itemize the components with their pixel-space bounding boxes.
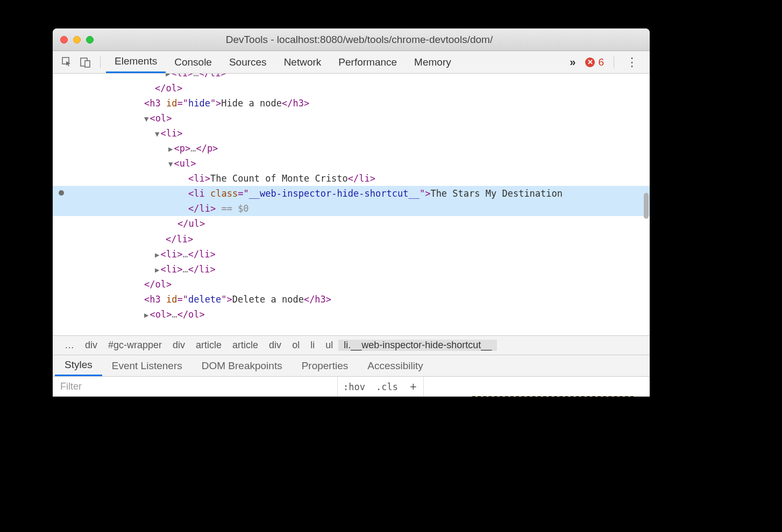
dom-token: Delete a node (232, 294, 304, 305)
dom-tree-line[interactable]: ▶<p>…</p> (53, 141, 650, 156)
main-tabs: Elements Console Sources Network Perform… (106, 51, 460, 73)
dom-tree-line[interactable]: <li class="__web-inspector-hide-shortcut… (53, 186, 650, 201)
dom-token: "> (210, 98, 221, 109)
minimize-window-button[interactable] (73, 36, 81, 44)
dom-token: "> (221, 294, 232, 305)
dom-tree-line[interactable]: </ol> (53, 277, 650, 292)
device-toolbar-icon[interactable] (79, 55, 93, 69)
dom-token: </li> (199, 74, 226, 78)
breadcrumb-ellipsis[interactable]: … (59, 340, 80, 351)
close-window-button[interactable] (60, 36, 68, 44)
subtab-styles[interactable]: Styles (55, 355, 102, 376)
error-badge[interactable]: ✕ 6 (581, 56, 608, 68)
dom-token: <ol> (150, 113, 172, 124)
disclosure-triangle-icon[interactable]: ▼ (144, 113, 148, 125)
dom-token: … (193, 74, 198, 78)
dom-tree-line[interactable]: ▼<ol> (53, 111, 650, 126)
dom-token: <h3 (144, 98, 166, 109)
dom-tree-line[interactable]: ▼<ul> (53, 156, 650, 171)
dom-tree-line[interactable]: </ol> (53, 81, 650, 96)
disclosure-triangle-icon[interactable]: ▶ (155, 249, 159, 261)
dom-tree-line[interactable]: </li> == $0 (53, 201, 650, 216)
dom-token: </li> (188, 264, 216, 275)
tab-sources[interactable]: Sources (221, 51, 275, 73)
breadcrumb-item[interactable]: div (264, 340, 287, 351)
subtab-accessibility[interactable]: Accessibility (358, 355, 432, 376)
dom-token: id (166, 294, 177, 305)
dom-token: "> (420, 188, 430, 199)
disclosure-triangle-icon[interactable]: ▶ (144, 309, 148, 321)
disclosure-triangle-icon[interactable]: ▼ (155, 128, 159, 140)
dom-token: </h3> (282, 98, 309, 109)
devtools-toolbar: Elements Console Sources Network Perform… (53, 51, 650, 74)
breadcrumb-item[interactable]: ul (320, 340, 338, 351)
dom-tree-line[interactable]: ▶<li>…</li> (53, 247, 650, 262)
maximize-window-button[interactable] (86, 36, 94, 44)
traffic-lights (60, 36, 94, 44)
dom-token: id (166, 98, 177, 109)
breadcrumb-item[interactable]: div (167, 340, 190, 351)
subtab-event-listeners[interactable]: Event Listeners (102, 355, 192, 376)
dom-token: </ul> (177, 218, 205, 229)
disclosure-triangle-icon[interactable]: ▶ (168, 143, 173, 155)
subtab-properties[interactable]: Properties (292, 355, 358, 376)
tabs-overflow-button[interactable]: » (564, 56, 581, 68)
breadcrumb-item[interactable]: div (80, 340, 103, 351)
dom-token: </li> (188, 249, 216, 260)
hidden-node-marker-icon (59, 190, 64, 196)
dom-token: </ol> (155, 83, 182, 94)
breadcrumb-item-selected[interactable]: li.__web-inspector-hide-shortcut__ (338, 340, 497, 351)
error-icon: ✕ (585, 57, 595, 67)
dom-token: == $0 (216, 203, 248, 214)
styles-filter-input[interactable] (53, 377, 338, 397)
dom-breadcrumbs: … div #gc-wrapper div article article di… (53, 335, 650, 355)
toolbar-separator (100, 56, 101, 68)
dom-token: … (182, 249, 188, 260)
breadcrumb-item[interactable]: article (227, 340, 264, 351)
dom-tree-line[interactable]: ▶<li>…</li> (53, 262, 650, 277)
breadcrumb-item[interactable]: #gc-wrapper (103, 340, 167, 351)
dom-token: delete (188, 294, 221, 305)
dom-token: The Stars My Destination (430, 188, 563, 199)
dom-token: … (182, 264, 188, 275)
toggle-hover-button[interactable]: :hov (338, 382, 371, 392)
tab-elements[interactable]: Elements (106, 51, 166, 73)
svg-rect-2 (85, 61, 90, 67)
dom-tree-line[interactable]: ▼<li> (53, 126, 650, 141)
inspect-element-icon[interactable] (60, 55, 74, 69)
window-title: DevTools - localhost:8080/web/tools/chro… (109, 34, 610, 46)
dom-tree-line[interactable]: <li>The Count of Monte Cristo</li> (53, 171, 650, 186)
subtab-dom-breakpoints[interactable]: DOM Breakpoints (192, 355, 292, 376)
scrollbar-thumb[interactable] (644, 193, 649, 219)
dom-tree-line[interactable]: <h3 id="delete">Delete a node</h3> (53, 292, 650, 307)
disclosure-triangle-icon[interactable]: ▶ (155, 264, 159, 276)
dom-token: </p> (196, 143, 218, 154)
dom-tree-line[interactable]: ▶<li>…</li> (53, 74, 650, 81)
dom-token: hide (188, 98, 210, 109)
breadcrumb-item[interactable]: ol (287, 340, 305, 351)
dom-tree-line[interactable]: <h3 id="hide">Hide a node</h3> (53, 96, 650, 111)
dom-token: =" (177, 98, 188, 109)
elements-dom-tree[interactable]: ▶<li>…</li></ol><h3 id="hide">Hide a nod… (53, 74, 650, 335)
tab-console[interactable]: Console (166, 51, 221, 73)
settings-menu-button[interactable]: ⋮ (620, 55, 644, 69)
toggle-cls-button[interactable]: .cls (371, 382, 403, 392)
breadcrumb-item[interactable]: article (190, 340, 227, 351)
tab-performance[interactable]: Performance (330, 51, 406, 73)
dom-tree-line[interactable]: </ul> (53, 216, 650, 231)
dom-token: <ul> (174, 158, 196, 169)
tab-network[interactable]: Network (275, 51, 330, 73)
disclosure-triangle-icon[interactable]: ▼ (168, 158, 173, 170)
new-style-rule-button[interactable]: + (403, 380, 423, 394)
breadcrumb-item[interactable]: li (305, 340, 320, 351)
dom-token: … (190, 143, 196, 154)
tab-memory[interactable]: Memory (406, 51, 460, 73)
dom-token: <li> (188, 173, 210, 184)
dom-tree-line[interactable]: </li> (53, 232, 650, 247)
styles-toolbar: :hov .cls + (53, 376, 650, 397)
dom-tree-line[interactable]: ▶<ol>…</ol> (53, 307, 650, 322)
styles-subtabs: Styles Event Listeners DOM Breakpoints P… (53, 355, 650, 376)
dom-token: __web-inspector-hide-shortcut__ (249, 188, 420, 199)
dom-token: <p> (174, 143, 190, 154)
disclosure-triangle-icon[interactable]: ▶ (166, 74, 170, 80)
